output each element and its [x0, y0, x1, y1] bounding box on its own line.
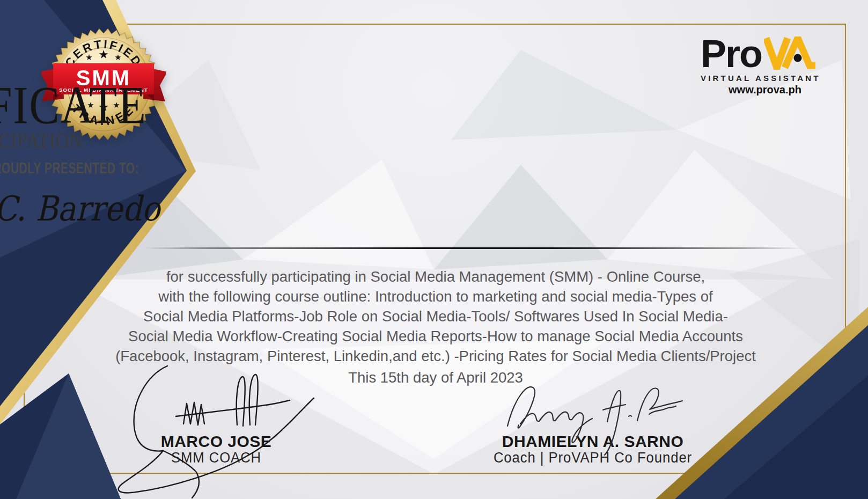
logo-tagline: VIRTUAL ASSISTANT [701, 74, 829, 83]
logo-brand-text: Pro [701, 38, 762, 70]
star-icon: ★ [85, 53, 92, 62]
certificate-page: CERTIFIED TRAINEE ★ ★ ★ ★ ★ ★ SMM SOCIAL… [0, 0, 868, 499]
course-description-line: Social Media Workflow-Creating Social Me… [115, 326, 756, 346]
star-icon: ★ [98, 48, 109, 61]
course-description-line: Social Media Platforms-Job Role on Socia… [115, 306, 756, 326]
certificate-title: CERTIFICATE [0, 74, 147, 136]
signature-marco [113, 359, 327, 499]
presented-line: THIS CERTIFICATE IS PROUDLY PRESENTED TO… [0, 159, 139, 177]
certificate-subtitle: OF PARTICIPATION [0, 128, 83, 153]
course-description-line: with the following course outline: Intro… [115, 287, 756, 306]
name-divider-line [144, 247, 803, 249]
star-icon: ★ [114, 53, 121, 62]
recipient-name: Rose Ann C. Barredo [0, 189, 160, 229]
signature-dhamielyn [494, 376, 687, 459]
course-description: for successfully participating in Social… [115, 267, 756, 366]
prova-logo: Pro VIRTUAL ASSISTANT www.prova.ph [701, 36, 829, 96]
va-monogram-icon [764, 36, 815, 70]
course-description-line: for successfully participating in Social… [115, 267, 756, 287]
logo-website: www.prova.ph [701, 84, 829, 96]
